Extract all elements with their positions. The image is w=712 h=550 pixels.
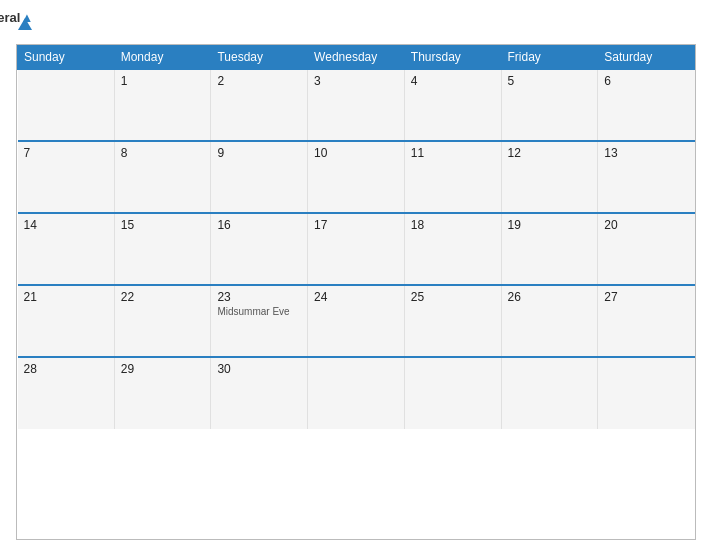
day-cell	[501, 357, 598, 429]
day-number: 26	[508, 290, 592, 304]
col-header-saturday: Saturday	[598, 46, 695, 70]
col-header-thursday: Thursday	[404, 46, 501, 70]
day-number: 13	[604, 146, 688, 160]
day-cell	[404, 357, 501, 429]
week-row-3: 14151617181920	[18, 213, 695, 285]
day-cell: 7	[18, 141, 115, 213]
day-cell: 2	[211, 69, 308, 141]
day-number: 11	[411, 146, 495, 160]
day-cell: 8	[114, 141, 211, 213]
day-number: 28	[24, 362, 108, 376]
day-cell: 5	[501, 69, 598, 141]
day-number: 30	[217, 362, 301, 376]
day-cell: 30	[211, 357, 308, 429]
day-number: 12	[508, 146, 592, 160]
day-cell: 24	[308, 285, 405, 357]
day-number: 20	[604, 218, 688, 232]
calendar-body: 1234567891011121314151617181920212223Mid…	[18, 69, 695, 429]
day-cell: 15	[114, 213, 211, 285]
day-number: 19	[508, 218, 592, 232]
holiday-label: Midsummar Eve	[217, 306, 301, 317]
header: General▲ Blue	[16, 10, 696, 38]
day-cell: 3	[308, 69, 405, 141]
day-cell: 13	[598, 141, 695, 213]
day-number: 27	[604, 290, 688, 304]
day-number: 1	[121, 74, 205, 88]
day-number: 29	[121, 362, 205, 376]
col-header-tuesday: Tuesday	[211, 46, 308, 70]
day-cell: 14	[18, 213, 115, 285]
calendar-header: SundayMondayTuesdayWednesdayThursdayFrid…	[18, 46, 695, 70]
day-cell: 16	[211, 213, 308, 285]
week-row-1: 123456	[18, 69, 695, 141]
day-cell: 4	[404, 69, 501, 141]
logo-general-label: General▲	[0, 10, 33, 25]
day-number: 2	[217, 74, 301, 88]
col-header-sunday: Sunday	[18, 46, 115, 70]
day-number: 14	[24, 218, 108, 232]
day-cell: 18	[404, 213, 501, 285]
day-cell: 19	[501, 213, 598, 285]
day-cell: 28	[18, 357, 115, 429]
day-cell: 21	[18, 285, 115, 357]
day-number: 6	[604, 74, 688, 88]
day-number: 24	[314, 290, 398, 304]
day-cell: 22	[114, 285, 211, 357]
day-cell: 12	[501, 141, 598, 213]
day-cell: 20	[598, 213, 695, 285]
calendar-container: SundayMondayTuesdayWednesdayThursdayFrid…	[16, 44, 696, 540]
day-number: 25	[411, 290, 495, 304]
day-number: 7	[24, 146, 108, 160]
day-cell	[598, 357, 695, 429]
day-cell: 29	[114, 357, 211, 429]
header-row: SundayMondayTuesdayWednesdayThursdayFrid…	[18, 46, 695, 70]
week-row-4: 212223Midsummar Eve24252627	[18, 285, 695, 357]
day-number: 16	[217, 218, 301, 232]
col-header-friday: Friday	[501, 46, 598, 70]
day-number: 8	[121, 146, 205, 160]
day-cell: 26	[501, 285, 598, 357]
day-number: 23	[217, 290, 301, 304]
day-number: 5	[508, 74, 592, 88]
day-number: 22	[121, 290, 205, 304]
day-number: 9	[217, 146, 301, 160]
day-number: 17	[314, 218, 398, 232]
day-cell: 9	[211, 141, 308, 213]
day-number: 15	[121, 218, 205, 232]
col-header-wednesday: Wednesday	[308, 46, 405, 70]
day-number: 21	[24, 290, 108, 304]
day-cell: 25	[404, 285, 501, 357]
day-number: 4	[411, 74, 495, 88]
week-row-5: 282930	[18, 357, 695, 429]
day-cell: 6	[598, 69, 695, 141]
day-number: 3	[314, 74, 398, 88]
week-row-2: 78910111213	[18, 141, 695, 213]
day-cell	[308, 357, 405, 429]
page: General▲ Blue SundayMondayTuesdayWednesd…	[0, 0, 712, 550]
day-number: 18	[411, 218, 495, 232]
calendar-table: SundayMondayTuesdayWednesdayThursdayFrid…	[17, 45, 695, 429]
col-header-monday: Monday	[114, 46, 211, 70]
day-cell: 27	[598, 285, 695, 357]
day-cell	[18, 69, 115, 141]
day-cell: 23Midsummar Eve	[211, 285, 308, 357]
day-cell: 1	[114, 69, 211, 141]
day-cell: 10	[308, 141, 405, 213]
day-cell: 11	[404, 141, 501, 213]
day-cell: 17	[308, 213, 405, 285]
day-number: 10	[314, 146, 398, 160]
